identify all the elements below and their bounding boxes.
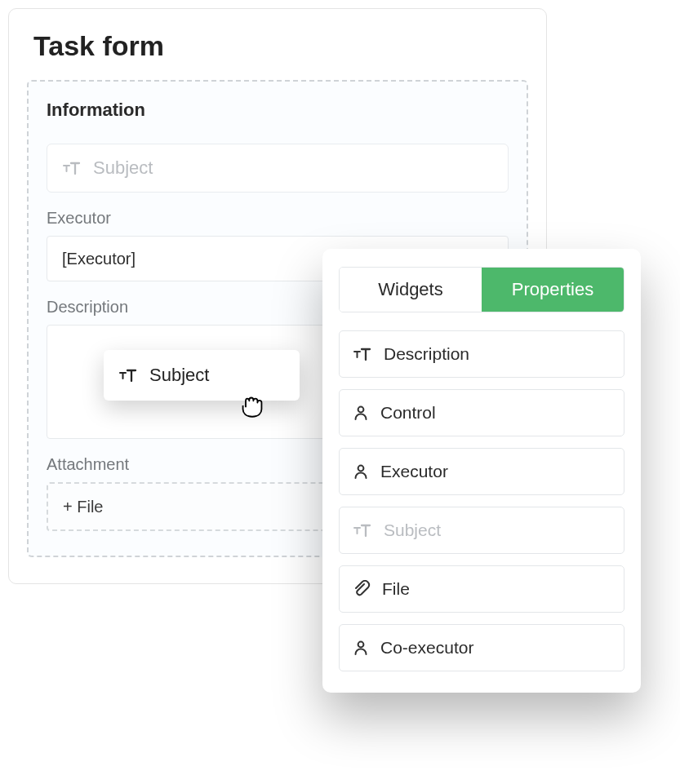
panel-tabs: Widgets Properties — [339, 267, 624, 312]
property-label: Co-executor — [380, 638, 473, 658]
subject-field-block: Subject — [47, 144, 509, 193]
property-item-file[interactable]: File — [339, 565, 624, 613]
page-title: Task form — [33, 30, 528, 62]
property-label: Description — [384, 344, 469, 364]
text-icon — [62, 161, 82, 175]
subject-placeholder: Subject — [93, 157, 153, 179]
property-item-coexecutor[interactable]: Co-executor — [339, 624, 624, 671]
property-item-executor[interactable]: Executor — [339, 448, 624, 495]
dragging-property-chip[interactable]: Subject — [104, 350, 300, 401]
property-label: File — [382, 579, 410, 599]
executor-label: Executor — [47, 209, 509, 228]
person-icon — [353, 405, 369, 421]
text-icon — [353, 523, 372, 538]
text-icon — [118, 368, 138, 383]
property-item-subject[interactable]: Subject — [339, 507, 624, 554]
subject-input[interactable]: Subject — [47, 144, 509, 193]
property-item-description[interactable]: Description — [339, 330, 624, 378]
property-label: Executor — [380, 462, 448, 481]
property-label: Control — [380, 403, 436, 423]
text-icon — [353, 347, 372, 361]
section-title-information: Information — [47, 100, 509, 121]
property-item-control[interactable]: Control — [339, 389, 624, 436]
tab-properties[interactable]: Properties — [482, 268, 624, 312]
person-icon — [353, 640, 369, 656]
paperclip-icon — [353, 580, 371, 598]
properties-panel: Widgets Properties Description Control E… — [322, 249, 641, 693]
property-label: Subject — [384, 520, 441, 540]
grab-cursor-icon — [239, 392, 265, 422]
tab-widgets[interactable]: Widgets — [340, 268, 482, 312]
executor-value: [Executor] — [62, 250, 136, 268]
person-icon — [353, 463, 369, 480]
dragging-chip-label: Subject — [149, 365, 209, 386]
add-file-label: + File — [63, 498, 103, 516]
